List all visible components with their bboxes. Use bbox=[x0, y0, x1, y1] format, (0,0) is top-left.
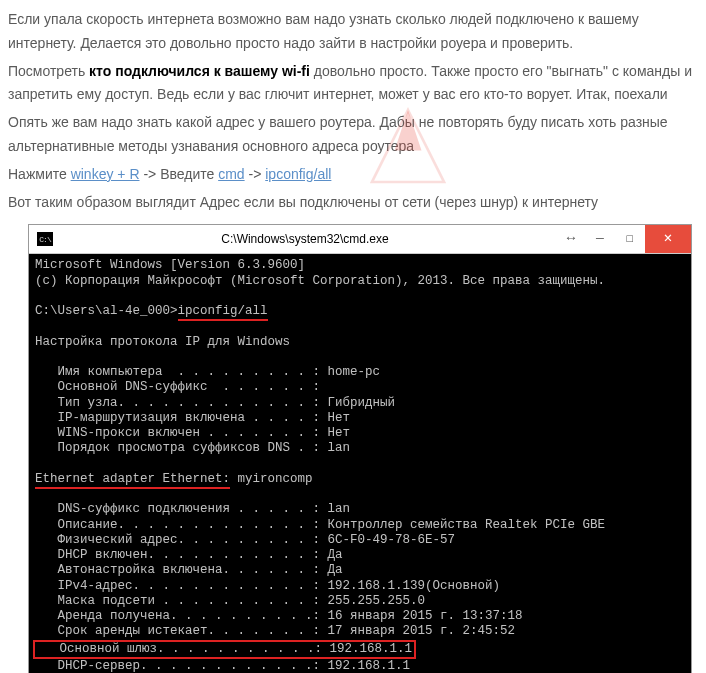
expand-button[interactable]: ↔ bbox=[557, 225, 585, 253]
cmd-key: Автонастройка включена. . . . . . : bbox=[35, 563, 328, 577]
minimize-button[interactable]: — bbox=[585, 225, 615, 253]
cmd-key: DNS-суффикс подключения . . . . . : bbox=[35, 502, 328, 516]
window-title: C:\Windows\system32\cmd.exe bbox=[53, 229, 557, 249]
cmd-adapter-label: Ethernet adapter Ethernet: bbox=[35, 472, 230, 489]
cmd-adapter-name: myironcomp bbox=[230, 472, 313, 486]
cmd-val: 192.168.1.1 bbox=[328, 659, 411, 673]
cmd-val: 17 января 2015 г. 2:45:52 bbox=[328, 624, 516, 638]
cmd-val: 192.168.1.139(Основной) bbox=[328, 579, 501, 593]
cmd-val: 6C-F0-49-78-6E-57 bbox=[328, 533, 456, 547]
cmd-val: Гибридный bbox=[328, 396, 396, 410]
cmd-gateway-row: Основной шлюз. . . . . . . . . . .: 192.… bbox=[33, 640, 416, 659]
cmd-key: Физический адрес. . . . . . . . . : bbox=[35, 533, 328, 547]
cmd-key: Имя компьютера . . . . . . . . . : bbox=[35, 365, 328, 379]
cmd-key: Основной шлюз. . . . . . . . . . .: bbox=[37, 642, 330, 656]
arrow: -> bbox=[245, 166, 266, 182]
cmd-prompt: C:\Users\al-4e_000> bbox=[35, 304, 178, 318]
cmd-val: Нет bbox=[328, 411, 351, 425]
cmd-key: DHCP-сервер. . . . . . . . . . . .: bbox=[35, 659, 328, 673]
cmd-val: lan bbox=[328, 502, 351, 516]
cmd-key: Порядок просмотра суффиксов DNS . : bbox=[35, 441, 328, 455]
cmd-line: (c) Корпорация Майкрософт (Microsoft Cor… bbox=[35, 274, 605, 288]
maximize-button[interactable]: ☐ bbox=[615, 225, 645, 253]
cmd-val: 192.168.1.1 bbox=[330, 642, 413, 656]
cmd-output: Microsoft Windows [Version 6.3.9600] (c)… bbox=[29, 254, 691, 673]
cmd-typed: ipconfig/all bbox=[178, 304, 268, 321]
cmd-key: Аренда получена. . . . . . . . . .: bbox=[35, 609, 328, 623]
cmd-val: 16 января 2015 г. 13:37:18 bbox=[328, 609, 523, 623]
paragraph-who: Посмотреть кто подключился к вашему wi-f… bbox=[8, 60, 698, 108]
cmd-val: 255.255.255.0 bbox=[328, 594, 426, 608]
cmd-key: Описание. . . . . . . . . . . . . : bbox=[35, 518, 328, 532]
paragraph-commands: Нажмите winkey + R -> Введите cmd -> ipc… bbox=[8, 163, 698, 187]
text: Введите bbox=[160, 166, 218, 182]
text: Посмотреть bbox=[8, 63, 89, 79]
cmd-key: Маска подсети . . . . . . . . . . : bbox=[35, 594, 328, 608]
cmd-line: Microsoft Windows [Version 6.3.9600] bbox=[35, 258, 305, 272]
window-buttons: ↔ — ☐ ✕ bbox=[557, 225, 691, 253]
cmd-heading: Настройка протокола IP для Windows bbox=[35, 335, 290, 349]
titlebar: C:\ C:\Windows\system32\cmd.exe ↔ — ☐ ✕ bbox=[29, 225, 691, 254]
arrow: -> bbox=[140, 166, 161, 182]
paragraph-intro: Если упала скорость интернета возможно в… bbox=[8, 8, 698, 56]
cmd-icon: C:\ bbox=[37, 232, 53, 246]
cmd-val: Да bbox=[328, 548, 343, 562]
cmd-val: Нет bbox=[328, 426, 351, 440]
cmd-val: Да bbox=[328, 563, 343, 577]
link-cmd[interactable]: cmd bbox=[218, 166, 244, 182]
link-ipconfig[interactable]: ipconfig/all bbox=[265, 166, 331, 182]
cmd-key: WINS-прокси включен . . . . . . . : bbox=[35, 426, 328, 440]
cmd-key: Тип узла. . . . . . . . . . . . . : bbox=[35, 396, 328, 410]
close-button[interactable]: ✕ bbox=[645, 225, 691, 253]
link-winkey-r[interactable]: winkey + R bbox=[71, 166, 140, 182]
cmd-val: home-pc bbox=[328, 365, 381, 379]
cmd-key: Срок аренды истекает. . . . . . . : bbox=[35, 624, 328, 638]
paragraph-address: Опять же вам надо знать какой адрес у ва… bbox=[8, 111, 698, 159]
cmd-key: IPv4-адрес. . . . . . . . . . . . : bbox=[35, 579, 328, 593]
cmd-key: DHCP включен. . . . . . . . . . . : bbox=[35, 548, 328, 562]
paragraph-result: Вот таким образом выглядит Адрес если вы… bbox=[8, 191, 698, 215]
cmd-key: Основной DNS-суффикс . . . . . . : bbox=[35, 380, 320, 394]
cmd-window: C:\ C:\Windows\system32\cmd.exe ↔ — ☐ ✕ … bbox=[28, 224, 692, 673]
text: Нажмите bbox=[8, 166, 71, 182]
bold-phrase: кто подключился к вашему wi-fi bbox=[89, 63, 310, 79]
cmd-key: IP-маршрутизация включена . . . . : bbox=[35, 411, 328, 425]
cmd-val: lan bbox=[328, 441, 351, 455]
cmd-val: Контроллер семейства Realtek PCIe GBE bbox=[328, 518, 606, 532]
